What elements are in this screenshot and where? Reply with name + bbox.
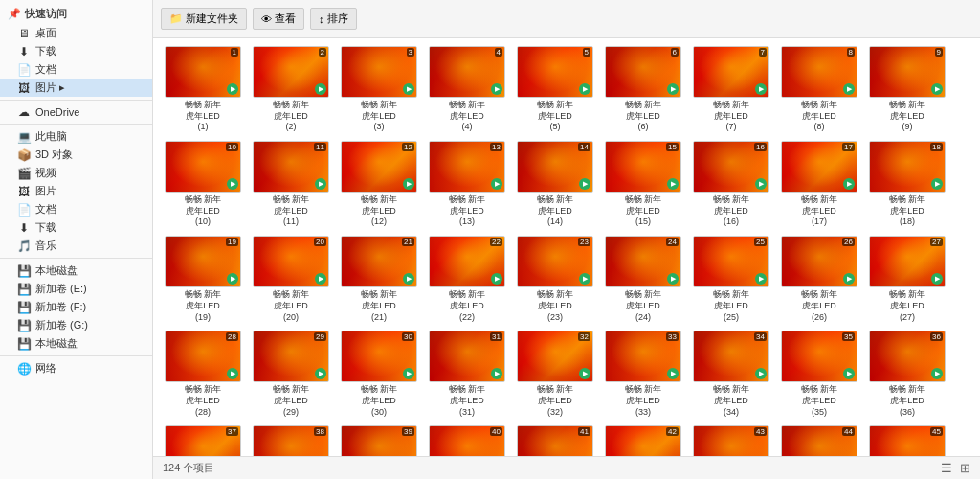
file-label: 畅畅 新年虎年LED(23) [517,289,593,323]
sidebar-item-pictures2[interactable]: 🖼图片 [0,182,152,200]
file-item[interactable]: ▶ 18 畅畅 新年虎年LED(18) [865,139,949,230]
num-badge: 20 [314,238,326,246]
file-item[interactable]: ▶ 3 畅畅 新年虎年LED(3) [337,44,421,135]
file-item[interactable]: ▶ 9 畅畅 新年虎年LED(9) [865,44,949,135]
file-item[interactable]: ▶ 17 畅畅 新年虎年LED(17) [777,139,861,230]
file-item[interactable]: ▶ 36 畅畅 新年虎年LED(36) [865,329,949,420]
view-button[interactable]: 👁 查看 [253,8,304,30]
sidebar-item-desktop[interactable]: 🖥桌面 [0,24,152,42]
file-thumbnail: ▶ 3 [341,46,417,98]
file-item[interactable]: ▶ 13 畅畅 新年虎年LED(13) [425,139,509,230]
file-item[interactable]: ▶ 14 畅畅 新年虎年LED(14) [513,139,597,230]
file-item[interactable]: ▶ 42 畅畅 新年虎年LED(42) [601,423,685,456]
file-item[interactable]: ▶ 45 畅畅 新年虎年LED(45) [865,423,949,456]
file-item[interactable]: ▶ 38 畅畅 新年虎年LED(38) [249,423,333,456]
file-item[interactable]: ▶ 25 畅畅 新年虎年LED(25) [689,234,773,325]
file-label: 畅畅 新年虎年LED(1) [165,100,241,133]
file-item[interactable]: ▶ 15 畅畅 新年虎年LED(15) [601,139,685,230]
file-item[interactable]: ▶ 27 畅畅 新年虎年LED(27) [865,234,949,325]
file-item[interactable]: ▶ 29 畅畅 新年虎年LED(29) [249,329,333,420]
file-item[interactable]: ▶ 44 畅畅 新年虎年LED(44) [777,423,861,456]
file-item[interactable]: ▶ 28 畅畅 新年虎年LED(28) [161,329,245,420]
num-badge: 12 [402,143,414,151]
content-area[interactable]: ▶ 1 畅畅 新年虎年LED(1) ▶ 2 畅畅 新年虎年LED(2) ▶ 3 … [153,38,980,456]
file-label: 畅畅 新年虎年LED(22) [429,289,505,323]
quick-access-header: 📌 快速访问 [0,4,152,24]
file-item[interactable]: ▶ 6 畅畅 新年虎年LED(6) [601,44,685,135]
file-item[interactable]: ▶ 31 畅畅 新年虎年LED(31) [425,329,509,420]
file-item[interactable]: ▶ 34 畅畅 新年虎年LED(34) [689,329,773,420]
file-item[interactable]: ▶ 22 畅畅 新年虎年LED(22) [425,234,509,325]
newvol3-icon: 💾 [17,319,31,332]
file-item[interactable]: ▶ 19 畅畅 新年虎年LED(19) [161,234,245,325]
file-item[interactable]: ▶ 7 畅畅 新年虎年LED(7) [689,44,773,135]
file-item[interactable]: ▶ 1 畅畅 新年虎年LED(1) [161,44,245,135]
file-grid: ▶ 1 畅畅 新年虎年LED(1) ▶ 2 畅畅 新年虎年LED(2) ▶ 3 … [161,44,972,456]
play-icon: ▶ [755,83,767,95]
file-label: 畅畅 新年虎年LED(36) [869,384,946,418]
sidebar-item-music[interactable]: 🎵音乐 [0,237,152,255]
file-label: 畅畅 新年虎年LED(21) [341,289,417,323]
sidebar-item-onedrive[interactable]: ☁OneDrive [0,103,152,121]
file-item[interactable]: ▶ 26 畅畅 新年虎年LED(26) [777,234,861,325]
file-item[interactable]: ▶ 23 畅畅 新年虎年LED(23) [513,234,597,325]
sidebar-item-documents[interactable]: 📄文档 [0,60,152,79]
file-item[interactable]: ▶ 33 畅畅 新年虎年LED(33) [601,329,685,420]
pictures2-icon: 🖼 [17,185,31,198]
sidebar-item-newvol1[interactable]: 💾新加卷 (E:) [0,280,152,298]
file-item[interactable]: ▶ 10 畅畅 新年虎年LED(10) [161,139,245,230]
file-item[interactable]: ▶ 21 畅畅 新年虎年LED(21) [337,234,421,325]
sidebar-item-localc2[interactable]: 💾本地磁盘 [0,334,152,353]
file-label: 畅畅 新年虎年LED(31) [429,384,505,418]
grid-view-button[interactable]: ⊞ [960,461,970,475]
network-icon: 🌐 [17,362,31,376]
sidebar-item-newvol2[interactable]: 💾新加卷 (F:) [0,298,152,316]
sidebar-item-thispc[interactable]: 💻此电脑 [0,127,152,146]
sidebar-item-pictures[interactable]: 🖼图片 ▸ [0,79,152,97]
num-badge: 16 [754,143,767,151]
num-badge: 42 [666,427,679,436]
play-icon: ▶ [667,83,679,95]
file-label: 畅畅 新年虎年LED(20) [253,289,329,323]
sidebar-item-newvol3[interactable]: 💾新加卷 (G:) [0,316,152,334]
file-label: 畅畅 新年虎年LED(15) [605,194,681,228]
file-item[interactable]: ▶ 12 畅畅 新年虎年LED(12) [337,139,421,230]
file-item[interactable]: ▶ 32 畅畅 新年虎年LED(32) [513,329,597,420]
sidebar-label-localc: 本地磁盘 [35,263,78,278]
file-thumbnail: ▶ 39 [341,425,417,456]
item-count: 124 个项目 [163,461,214,475]
sidebar-item-documents2[interactable]: 📄文档 [0,200,152,218]
file-item[interactable]: ▶ 39 畅畅 新年虎年LED(39) [337,423,421,456]
file-label: 畅畅 新年虎年LED(29) [253,384,329,418]
sidebar-item-localc[interactable]: 💾本地磁盘 [0,262,152,280]
sidebar-item-network[interactable]: 🌐网络 [0,359,152,377]
file-item[interactable]: ▶ 5 畅畅 新年虎年LED(5) [513,44,597,135]
file-item[interactable]: ▶ 35 畅畅 新年虎年LED(35) [777,329,861,420]
file-item[interactable]: ▶ 24 畅畅 新年虎年LED(24) [601,234,685,325]
file-label: 畅畅 新年虎年LED(35) [781,384,858,418]
sort-button[interactable]: ↕ 排序 [310,8,357,30]
file-thumbnail: ▶ 23 [517,236,593,287]
sidebar-item-videos[interactable]: 🎬视频 [0,164,152,182]
file-thumbnail: ▶ 14 [517,141,593,193]
sidebar-item-downloads2[interactable]: ⬇下载 [0,218,152,237]
file-item[interactable]: ▶ 37 畅畅 新年虎年LED(37) [161,423,245,456]
list-view-button[interactable]: ☰ [941,461,952,475]
file-item[interactable]: ▶ 4 畅畅 新年虎年LED(4) [425,44,509,135]
file-item[interactable]: ▶ 20 畅畅 新年虎年LED(20) [249,234,333,325]
sidebar-item-3dobjects[interactable]: 📦3D 对象 [0,146,152,164]
file-thumbnail: ▶ 22 [429,236,505,287]
file-item[interactable]: ▶ 8 畅畅 新年虎年LED(8) [777,44,861,135]
file-thumbnail: ▶ 24 [605,236,681,287]
file-item[interactable]: ▶ 43 畅畅 新年虎年LED(43) [689,423,773,456]
new-folder-button[interactable]: 📁 新建文件夹 [161,8,247,30]
file-item[interactable]: ▶ 30 畅畅 新年虎年LED(30) [337,329,421,420]
file-item[interactable]: ▶ 16 畅畅 新年虎年LED(16) [689,139,773,230]
file-item[interactable]: ▶ 40 畅畅 新年虎年LED(40) [425,423,509,456]
file-item[interactable]: ▶ 11 畅畅 新年虎年LED(11) [249,139,333,230]
sidebar-item-downloads[interactable]: ⬇下载 [0,42,152,60]
file-item[interactable]: ▶ 2 畅畅 新年虎年LED(2) [249,44,333,135]
file-item[interactable]: ▶ 41 畅畅 新年虎年LED(41) [513,423,597,456]
file-label: 畅畅 新年虎年LED(33) [605,384,681,418]
play-icon: ▶ [843,178,855,190]
